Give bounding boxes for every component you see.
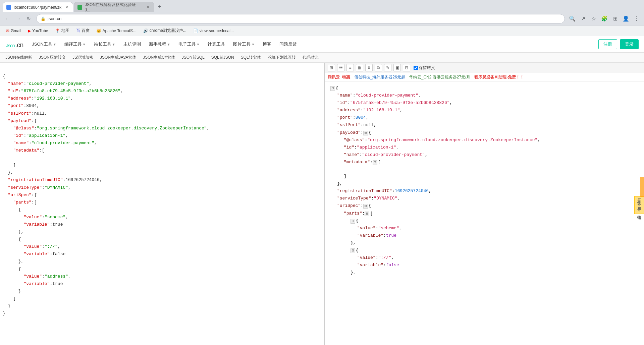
json-key-port[interactable]: "port" (337, 115, 353, 120)
json-val-servicetype[interactable]: "DYNAMIC" (374, 196, 397, 201)
toolbar-edit-btn[interactable]: ✎ (384, 64, 391, 71)
bookmark-baidu[interactable]: 百 百度 (74, 26, 92, 35)
back-button[interactable]: ← (3, 14, 12, 23)
json-key-address[interactable]: "address" (337, 108, 361, 113)
nav-json-tools[interactable]: JSON工具 ▼ (29, 39, 60, 49)
json-key-name[interactable]: "name" (337, 93, 353, 98)
sub-nav-json-sql[interactable]: JSON转SQL (182, 55, 205, 60)
json-key-inner-id[interactable]: "id" (344, 145, 354, 150)
json-val-class[interactable]: "org.springframework.cloud.zookeeper.dis… (367, 137, 537, 142)
json-key-value2[interactable]: "value" (357, 255, 376, 260)
menu-btn[interactable]: ⋮ (632, 14, 641, 23)
nav-compile-tools[interactable]: 编译工具 ▼ (61, 39, 89, 49)
toolbar-delete-btn[interactable]: 🗑 (356, 64, 363, 71)
json-val-port[interactable]: 8004 (356, 115, 366, 120)
nav-beginner[interactable]: 新手教程 ▼ (146, 39, 174, 49)
ad-baichuang[interactable]: 佰创科技_海外服务器26元起 (354, 74, 405, 80)
bookmark-gmail[interactable]: ✉ Gmail (4, 27, 23, 35)
json-val-inner-name[interactable]: "cloud-provider-payment" (362, 152, 425, 157)
json-val-value1[interactable]: "scheme" (378, 226, 399, 231)
json-val-sslport[interactable]: null (363, 122, 374, 127)
collapse-part2[interactable]: ⊟ (351, 248, 355, 253)
json-key-class[interactable]: "@class" (344, 137, 365, 142)
json-key-sslport[interactable]: "sslPort" (337, 122, 361, 127)
bookmark-youtube[interactable]: ▶ YouTube (26, 27, 50, 35)
nav-feedback[interactable]: 问题反馈 (276, 39, 300, 49)
nav-electronics[interactable]: 电子工具 ▼ (175, 39, 203, 49)
ad-huawei[interactable]: 华纳云_CN2 香港云服务器27元/月 (409, 74, 471, 80)
extensions-btn[interactable]: 🧩 (600, 14, 609, 23)
collapse-payload[interactable]: ⊟ (363, 131, 368, 135)
json-val-inner-id[interactable]: "application-1" (357, 145, 396, 150)
json-val-id[interactable]: "675fafa8-eb79-45c5-9f3e-a2b6b8c28826" (350, 100, 449, 105)
json-val-value2[interactable]: "://" (378, 255, 391, 260)
sub-nav-sql-json[interactable]: SQL转JSON (211, 55, 234, 60)
nav-calculator[interactable]: 计算工具 (204, 39, 228, 49)
toolbar-check-btn[interactable]: ▣ (393, 64, 401, 71)
sub-nav-gen-java[interactable]: JSON生成JAVA实体 (100, 55, 136, 60)
ad-ai[interactable]: 程序员必备AI助理-免费！！ (474, 74, 524, 80)
collapse-metadata[interactable]: ⊟ (373, 160, 377, 165)
new-tab-button[interactable]: + (155, 2, 164, 11)
share-btn[interactable]: ↗ (578, 14, 588, 23)
json-val-address[interactable]: "192.168.10.1" (363, 108, 400, 113)
collapse-root[interactable]: ⊟ (330, 86, 335, 91)
sub-nav-compress[interactable]: JSON压缩转义 (39, 55, 66, 60)
bookmark-chrome-audio[interactable]: 🔊 chrome浏览器没声... (141, 26, 189, 35)
address-bar[interactable]: 🔒 json.cn (36, 14, 565, 23)
toolbar-list-btn[interactable]: ☷ (337, 64, 344, 71)
json-key-value1[interactable]: "value" (357, 226, 376, 231)
toolbar-format-btn[interactable]: ≡ (346, 64, 354, 71)
left-panel[interactable]: { "name":"cloud-provider-payment", "id":… (0, 63, 325, 345)
login-button[interactable]: 登录 (620, 39, 639, 49)
nav-hosting[interactable]: 主机评测 (120, 39, 144, 49)
tab-close-1[interactable]: ✕ (64, 5, 69, 10)
toolbar-download-btn[interactable]: ⬇ (365, 64, 373, 71)
sub-nav-obfuscate[interactable]: JS混淆加密 (72, 55, 93, 60)
json-val-variable2[interactable]: false (386, 263, 399, 268)
save-escape-checkbox[interactable] (414, 66, 418, 70)
json-key-inner-name[interactable]: "name" (344, 152, 360, 157)
sub-nav-sql-entity[interactable]: SQL转实体 (241, 55, 261, 60)
json-key-variable2[interactable]: "variable" (357, 263, 383, 268)
sub-nav-code-compare[interactable]: 代码对比 (303, 55, 319, 60)
tab-active[interactable]: localhost:8004/payment/zk ✕ (3, 2, 73, 12)
sub-nav-online-parse[interactable]: JSON在线解析 (5, 55, 32, 60)
search-browser-btn[interactable]: 🔍 (568, 14, 577, 23)
collapse-part1[interactable]: ⊟ (351, 219, 355, 224)
bookmark-viewsource[interactable]: 📄 view-source:local... (191, 27, 236, 35)
json-key-parts[interactable]: "parts" (344, 211, 362, 216)
site-logo[interactable]: Json.cn (5, 39, 23, 50)
json-val-regtime[interactable]: 1692625724046 (395, 188, 429, 193)
json-key-metadata[interactable]: "metadata" (344, 160, 370, 165)
tab-close-2[interactable]: ✕ (146, 5, 151, 10)
register-button[interactable]: 注册 (598, 39, 617, 49)
nav-image-tools[interactable]: 图片工具 ▼ (230, 39, 258, 49)
collapse-parts[interactable]: ⊟ (365, 212, 369, 216)
json-key-payload[interactable]: "payload" (337, 130, 361, 135)
reload-button[interactable]: ↻ (24, 14, 34, 23)
json-key-variable1[interactable]: "variable" (357, 233, 383, 238)
profile-btn[interactable]: 👤 (621, 14, 631, 23)
json-key-id[interactable]: "id" (337, 100, 347, 105)
json-key-regtime[interactable]: "registrationTimeUTC" (337, 188, 392, 193)
sub-nav-gen-csharp[interactable]: JSON生成C#实体 (143, 55, 175, 60)
json-key-servicetype[interactable]: "serviceType" (337, 196, 371, 201)
bookmark-star-btn[interactable]: ☆ (589, 14, 598, 23)
save-escape-checkbox-label[interactable]: 保留转义 (414, 65, 435, 71)
sub-nav-camel-case[interactable]: 驼峰下划线互转 (268, 55, 296, 60)
forward-button[interactable]: → (13, 14, 23, 23)
bookmark-tomcat[interactable]: 🐱 Apache Tomcat®... (94, 27, 139, 35)
ad-tencent[interactable]: 腾讯云_特惠 (328, 74, 350, 80)
toolbar-copy-btn[interactable]: ⧉ (375, 64, 382, 71)
tab-inactive[interactable]: JSON在线解析及格式化验证 - J... ✕ (74, 2, 154, 12)
collapse-urispec[interactable]: ⊟ (363, 204, 368, 209)
json-val-variable1[interactable]: true (386, 233, 396, 238)
toolbar-collapse-btn[interactable]: ⊟ (403, 64, 410, 71)
nav-blog[interactable]: 博客 (259, 39, 275, 49)
json-key-urispec[interactable]: "uriSpec" (337, 203, 361, 208)
toolbar-expand-btn[interactable]: ⊞ (328, 64, 335, 71)
json-val-name[interactable]: "cloud-provider-payment" (356, 93, 418, 98)
nav-webmaster[interactable]: 站长工具 ▼ (91, 39, 119, 49)
bookmark-maps[interactable]: 📍 地图 (53, 26, 71, 35)
